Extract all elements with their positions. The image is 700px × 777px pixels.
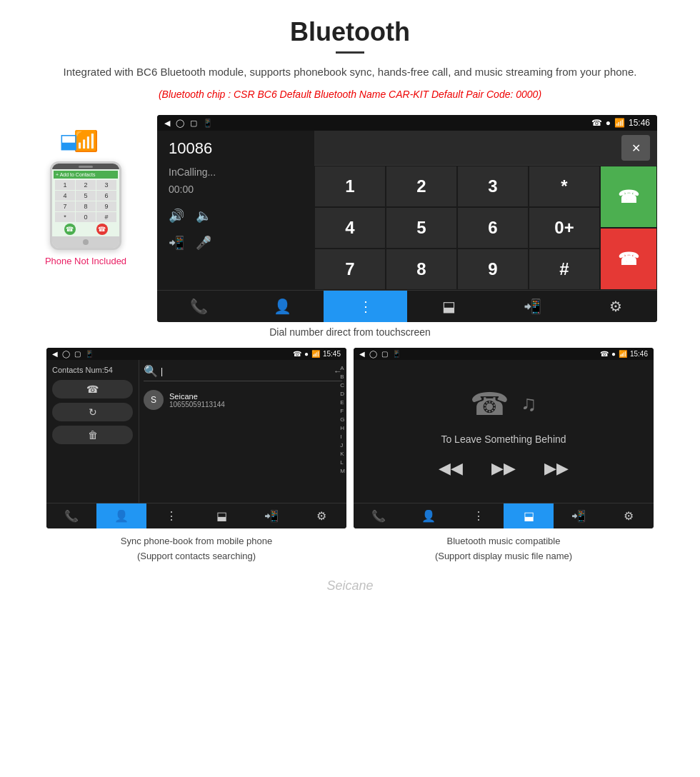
key-3[interactable]: 3 [457,166,529,207]
home-nav-icon: ◯ [176,119,184,128]
contacts-nav-contacts[interactable]: 👤 [96,503,146,528]
phone-header-bar: + Add to Contacts [54,171,118,179]
keypad-area: 1 2 3 * 4 5 6 0+ 7 8 9 # [314,166,657,290]
contacts-nav-keypad[interactable]: ⋮ [146,503,196,528]
nav-settings[interactable]: ⚙ [574,291,657,322]
alpha-i[interactable]: I [340,433,345,441]
header-specs: (Bluetooth chip : CSR BC6 Default Blueto… [43,86,657,102]
key-1[interactable]: 1 [314,166,386,207]
music-nav-contacts[interactable]: 👤 [404,503,454,528]
contacts-sync-btn[interactable]: ↻ [52,403,133,421]
music-home-icon: ◯ [369,350,377,358]
transfer-icon[interactable]: 📲 [169,235,184,251]
dial-input-row: ✕ [314,131,657,166]
contacts-nav-call[interactable]: 📞 [46,503,96,528]
back-nav-icon: ◀ [164,119,170,128]
key-7[interactable]: 7 [314,249,386,290]
nav-transfer[interactable]: 📲 [491,291,574,322]
page-wrapper: Bluetooth Integrated with BC6 Bluetooth … [0,0,700,593]
key-0plus[interactable]: 0+ [529,207,600,249]
music-back-icon: ◀ [359,350,365,358]
contacts-call-btn[interactable]: ☎ [52,380,133,398]
microphone-icon[interactable]: 🎤 [196,235,211,251]
bottom-captions: Sync phone-book from mobile phone(Suppor… [43,534,657,564]
music-screen: ◀ ◯ ▢ 📱 ☎ ● 📶 15:46 ☎ ♫ To Leave Somethi [354,348,654,528]
end-button[interactable]: ☎ [600,228,657,290]
contacts-status-right: ☎ ● 📶 15:45 [293,350,341,358]
two-screens-area: ◀ ◯ ▢ 📱 ☎ ● 📶 15:45 Contacts Num:54 ☎ [43,348,657,528]
key-5[interactable]: 5 [386,207,457,249]
nav-contacts[interactable]: 👤 [241,291,324,322]
alpha-f[interactable]: F [340,407,345,416]
status-bar-left: ◀ ◯ ▢ 📱 [164,119,213,128]
next-track-button[interactable]: ▶▶ [544,459,569,478]
contacts-wifi-icon: 📶 [311,350,320,358]
key-8[interactable]: 8 [386,249,457,290]
key-1: 1 [55,180,75,190]
backspace-button[interactable]: ✕ [621,135,650,161]
key-6: 6 [96,191,116,201]
title-divider [336,51,364,54]
contacts-delete-btn[interactable]: 🗑 [52,426,133,444]
contacts-nav-transfer[interactable]: 📲 [246,503,296,528]
dial-number: 10086 [169,139,303,158]
music-nav-keypad[interactable]: ⋮ [454,503,504,528]
contacts-nav-settings[interactable]: ⚙ [296,503,346,528]
alpha-l[interactable]: L [340,458,345,467]
nav-call[interactable]: 📞 [157,291,241,322]
phone-not-included-label: Phone Not Included [45,256,126,266]
bluetooth-icon: ⬓ [59,129,78,153]
nav-bluetooth[interactable]: ⬓ [407,291,491,322]
contacts-caption: Sync phone-book from mobile phone(Suppor… [46,534,346,564]
music-nav-settings[interactable]: ⚙ [604,503,654,528]
nav-keypad[interactable]: ⋮ [324,291,407,322]
call-button[interactable]: ☎ [600,166,657,228]
contacts-body: Contacts Num:54 ☎ ↻ 🗑 🔍 | ← S [46,360,346,503]
volume-down-icon[interactable]: 🔈 [196,208,211,224]
contacts-recents-icon: ▢ [74,350,81,358]
key-hash[interactable]: # [529,249,600,290]
phone-keypad: 1 2 3 4 5 6 7 8 9 * 0 # [55,180,116,222]
contact-number: 10655059113144 [169,401,225,408]
alpha-g[interactable]: G [340,416,345,424]
alpha-k[interactable]: K [340,450,345,458]
phone-speaker [79,166,93,168]
left-phone-section: 📶 ⬓ + Add to Contacts 1 2 3 4 5 [0,115,157,266]
dial-timer: 00:00 [169,184,303,195]
music-phone-graphic: ☎ [470,386,509,422]
alpha-b[interactable]: B [340,373,345,381]
alpha-a[interactable]: A [340,364,345,373]
notification-icon: 📱 [203,119,213,128]
music-nav-call[interactable]: 📞 [354,503,404,528]
alpha-d[interactable]: D [340,390,345,398]
volume-up-icon[interactable]: 🔊 [169,208,184,224]
alpha-c[interactable]: C [340,381,345,390]
music-note-graphic: ♫ [521,391,537,416]
phone-end-btn: ☎ [96,224,108,235]
key-4[interactable]: 4 [314,207,386,249]
play-pause-button[interactable]: ▶▶ [491,459,516,478]
contacts-bottom-nav: 📞 👤 ⋮ ⬓ 📲 ⚙ [46,503,346,528]
music-nav-bluetooth[interactable]: ⬓ [504,503,554,528]
dial-volume-controls: 🔊 🔈 [169,208,303,224]
music-status-bar: ◀ ◯ ▢ 📱 ☎ ● 📶 15:46 [354,348,654,360]
key-8: 8 [76,201,96,211]
contacts-caption-text: Sync phone-book from mobile phone(Suppor… [121,536,272,561]
key-6[interactable]: 6 [457,207,529,249]
music-caption-text: Bluetooth music compatible(Support displ… [435,536,572,561]
alpha-e[interactable]: E [340,398,345,407]
prev-track-button[interactable]: ◀◀ [439,459,463,478]
key-star[interactable]: * [529,166,600,207]
music-nav-transfer[interactable]: 📲 [554,503,604,528]
key-2: 2 [76,180,96,190]
alpha-j[interactable]: J [340,441,345,450]
contact-item[interactable]: S Seicane 10655059113144 [144,387,342,413]
alpha-m[interactable]: M [340,467,345,476]
phone-bottom-bar [52,236,119,248]
alpha-scroll-list[interactable]: A B C D E F G H I J K L M [340,364,345,476]
contact-name: Seicane [169,392,225,401]
key-2[interactable]: 2 [386,166,457,207]
key-9[interactable]: 9 [457,249,529,290]
contacts-nav-bluetooth[interactable]: ⬓ [196,503,246,528]
alpha-h[interactable]: H [340,424,345,433]
